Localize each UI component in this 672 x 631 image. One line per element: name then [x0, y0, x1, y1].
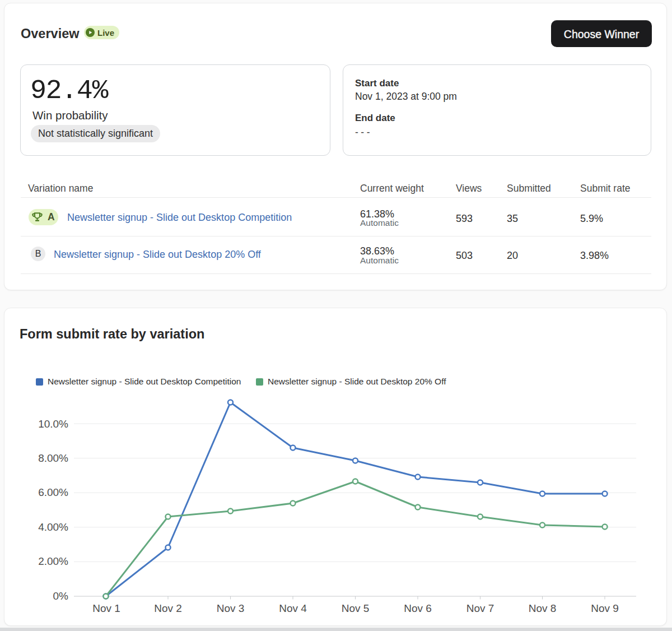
svg-text:6.00%: 6.00%	[38, 486, 68, 498]
svg-text:Nov 6: Nov 6	[404, 602, 432, 614]
svg-text:10.0%: 10.0%	[38, 418, 68, 430]
svg-text:4.00%: 4.00%	[38, 521, 68, 533]
svg-text:0%: 0%	[53, 590, 69, 602]
svg-text:8.00%: 8.00%	[38, 452, 68, 464]
svg-text:Nov 5: Nov 5	[342, 602, 370, 614]
svg-text:Nov 2: Nov 2	[154, 602, 182, 614]
svg-text:Nov 8: Nov 8	[529, 602, 557, 614]
svg-text:Nov 1: Nov 1	[92, 602, 120, 614]
svg-text:Nov 3: Nov 3	[217, 602, 245, 614]
svg-text:Nov 4: Nov 4	[279, 602, 307, 614]
svg-text:Nov 9: Nov 9	[591, 602, 619, 614]
svg-text:Nov 7: Nov 7	[466, 602, 494, 614]
svg-text:2.00%: 2.00%	[38, 555, 68, 567]
